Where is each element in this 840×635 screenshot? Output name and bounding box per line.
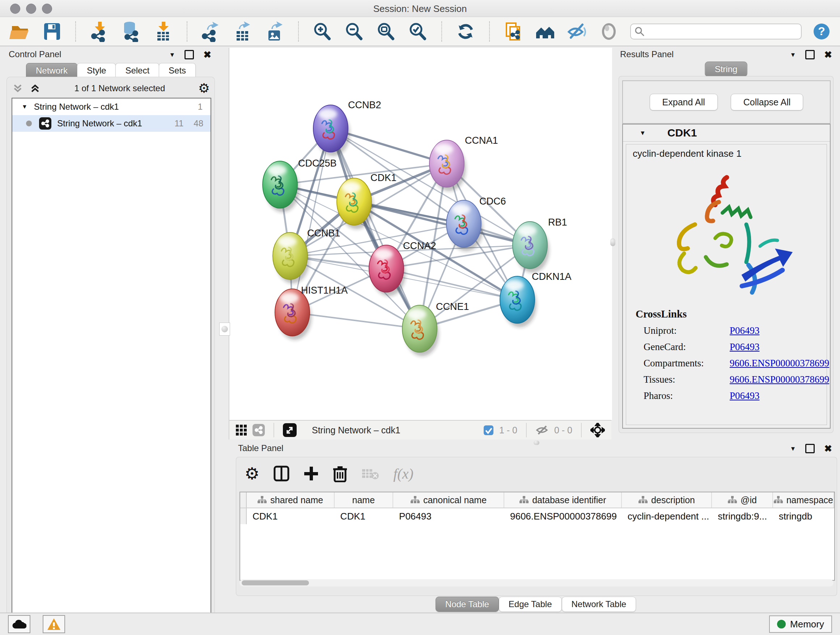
column-header-canonical-name[interactable]: canonical name (393, 492, 504, 508)
refresh-icon[interactable] (455, 21, 476, 42)
delete-column-icon[interactable] (332, 465, 347, 482)
save-session-icon[interactable] (41, 21, 62, 42)
column-label: shared name (270, 495, 323, 505)
network-edge-HIST1H1A-CCNE1[interactable] (292, 312, 420, 329)
memory-button[interactable]: Memory (769, 616, 832, 633)
float-panel-icon[interactable] (185, 50, 194, 59)
help-icon[interactable]: ? (813, 21, 831, 42)
table-cell[interactable]: stringdb (773, 508, 834, 524)
export-table-icon[interactable] (232, 21, 253, 42)
network-node-RB1[interactable]: RB1 (513, 217, 567, 272)
export-image-icon[interactable] (264, 21, 285, 42)
string-view-icon[interactable] (253, 424, 265, 436)
network-node-CCNE1[interactable]: CCNE1 (402, 301, 469, 356)
add-column-icon[interactable] (303, 466, 319, 481)
column-header-database-identifier[interactable]: database identifier (504, 492, 622, 508)
left-splitter-handle[interactable] (219, 323, 230, 336)
table-settings-gear-icon[interactable]: ⚙ (245, 465, 259, 482)
cloud-button[interactable] (8, 615, 30, 633)
crosslink-link[interactable]: P06493 (729, 390, 760, 402)
scrollbar-thumb[interactable] (242, 580, 309, 585)
birdseye-toggle-icon[interactable] (591, 423, 605, 437)
cloud-icon (12, 619, 27, 629)
show-columns-icon[interactable] (273, 465, 290, 482)
tab-node-table[interactable]: Node Table (436, 597, 499, 612)
network-edge-CCNB2-CCNE1[interactable] (331, 128, 420, 329)
grid-view-icon[interactable] (236, 424, 247, 435)
column-header--id[interactable]: @id (712, 492, 773, 508)
export-network-icon[interactable] (201, 21, 221, 42)
table-cell[interactable]: P06493 (393, 508, 504, 524)
network-node-HIST1H1A[interactable]: HIST1H1A (275, 285, 347, 340)
warnings-button[interactable] (43, 615, 65, 633)
network-canvas[interactable]: CCNB2CCNA1CDC25BCDK1CDC6RB1CCNB1CCNA2CDK… (229, 48, 612, 420)
tab-network-table[interactable]: Network Table (562, 597, 636, 612)
network-node-CDC6[interactable]: CDC6 (447, 196, 506, 251)
network-row[interactable]: String Network – cdk1 11 48 (12, 115, 210, 132)
gear-icon[interactable]: ⚙ (198, 82, 210, 95)
node-table[interactable]: shared namenamecanonical namedatabase id… (240, 492, 835, 581)
network-edge-CCNA2-CDKN1A[interactable] (386, 269, 517, 300)
zoom-selected-icon[interactable] (407, 21, 428, 42)
float-panel-icon[interactable] (805, 50, 815, 59)
table-cell[interactable]: cyclin-dependent ... (622, 508, 712, 524)
float-panel-icon[interactable] (805, 444, 815, 453)
table-row[interactable]: CDK1CDK1P064939606.ENSP00000378699cyclin… (240, 508, 834, 524)
expand-all-button[interactable]: Expand All (650, 94, 718, 111)
network-node-CCNB2[interactable]: CCNB2 (313, 100, 381, 156)
crosslink-link[interactable]: 9606.ENSP00000378699 (729, 358, 829, 369)
close-panel-icon[interactable]: ✖ (824, 50, 832, 59)
close-panel-icon[interactable]: ✖ (203, 50, 211, 59)
zoom-in-icon[interactable] (312, 21, 333, 42)
collapse-all-button[interactable]: Collapse All (731, 94, 804, 111)
table-hscrollbar[interactable] (240, 579, 834, 586)
table-cell[interactable]: CDK1 (247, 508, 335, 524)
network-node-CCNB1[interactable]: CCNB1 (273, 228, 340, 283)
table-cell[interactable]: CDK1 (335, 508, 393, 524)
collapse-panel-icon[interactable]: ▼ (790, 446, 796, 452)
svg-text:?: ? (818, 25, 825, 38)
collapse-all-icon[interactable] (11, 83, 24, 94)
tab-style[interactable]: Style (77, 63, 116, 78)
collapse-panel-icon[interactable]: ▼ (169, 52, 175, 58)
clone-network-icon[interactable] (503, 21, 524, 42)
network-node-CCNA1[interactable]: CCNA1 (429, 135, 498, 191)
section-expand-icon[interactable]: ▼ (639, 130, 646, 136)
tab-edge-table[interactable]: Edge Table (499, 597, 562, 612)
table-cell[interactable]: 9606.ENSP00000378699 (504, 508, 622, 524)
column-header-namespace[interactable]: namespace (773, 492, 834, 508)
home-icon[interactable] (535, 21, 556, 42)
crosslink-link[interactable]: P06493 (729, 325, 760, 336)
show-panel-icon[interactable] (598, 21, 619, 42)
column-header-name[interactable]: name (335, 492, 393, 508)
network-node-CDKN1A[interactable]: CDKN1A (500, 271, 572, 327)
column-header-description[interactable]: description (622, 492, 712, 508)
network-node-CDC25B[interactable]: CDC25B (263, 158, 337, 212)
search-input[interactable] (647, 26, 797, 37)
search-field[interactable] (630, 24, 802, 40)
open-session-icon[interactable] (9, 21, 30, 42)
tree-expand-icon[interactable]: ▼ (22, 103, 27, 110)
table-cell[interactable]: stringdb:9... (712, 508, 773, 524)
expand-all-icon[interactable] (29, 83, 41, 94)
import-network-database-icon[interactable] (121, 21, 142, 42)
zoom-out-icon[interactable] (344, 21, 365, 42)
selected-checkbox-icon[interactable] (484, 425, 493, 435)
tab-sets[interactable]: Sets (159, 63, 196, 78)
network-collection-row[interactable]: ▼ String Network – cdk1 1 (12, 98, 210, 115)
zoom-fit-icon[interactable] (376, 21, 396, 42)
close-panel-icon[interactable]: ✖ (824, 444, 832, 453)
tab-select[interactable]: Select (115, 63, 159, 78)
collapse-panel-icon[interactable]: ▼ (790, 52, 796, 58)
column-header-shared-name[interactable]: shared name (247, 492, 335, 508)
open-in-window-icon[interactable] (283, 423, 297, 437)
node-column-icon (774, 496, 783, 504)
crosslink-link[interactable]: P06493 (729, 341, 760, 353)
import-table-icon[interactable] (153, 21, 174, 42)
gene-section-header[interactable]: ▼ CDK1 (623, 125, 830, 141)
hide-panel-icon[interactable] (567, 21, 587, 42)
import-network-file-icon[interactable] (89, 21, 110, 42)
tab-string[interactable]: String (705, 62, 747, 77)
crosslink-link[interactable]: 9606.ENSP00000378699 (729, 374, 829, 385)
tab-network[interactable]: Network (26, 63, 77, 78)
